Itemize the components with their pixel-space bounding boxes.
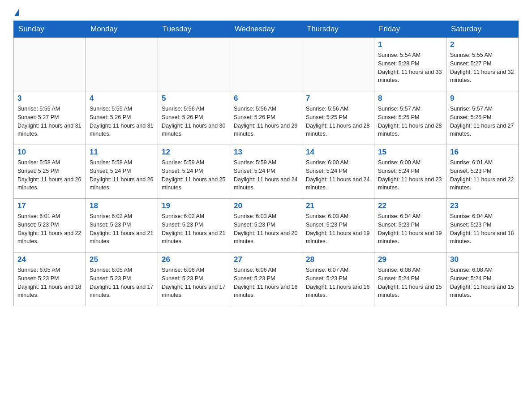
calendar-cell-w1-d4 [230, 38, 302, 91]
calendar-cell-w5-d6: 29Sunrise: 6:08 AM Sunset: 5:24 PM Dayli… [374, 253, 446, 306]
day-number: 29 [378, 255, 442, 264]
day-number: 1 [378, 40, 442, 49]
calendar-cell-w1-d2 [86, 38, 158, 91]
day-number: 27 [234, 255, 298, 264]
calendar-cell-w3-d5: 14Sunrise: 6:00 AM Sunset: 5:24 PM Dayli… [302, 145, 374, 199]
day-number: 21 [306, 201, 370, 210]
calendar-cell-w4-d5: 21Sunrise: 6:03 AM Sunset: 5:23 PM Dayli… [302, 199, 374, 253]
week-row-3: 10Sunrise: 5:58 AM Sunset: 5:25 PM Dayli… [14, 145, 519, 199]
header-friday: Friday [374, 21, 446, 38]
day-info: Sunrise: 5:55 AM Sunset: 5:27 PM Dayligh… [450, 51, 515, 85]
header-thursday: Thursday [302, 21, 374, 38]
logo-triangle-icon [14, 9, 19, 16]
header-saturday: Saturday [446, 21, 519, 38]
day-number: 12 [162, 148, 226, 157]
day-info: Sunrise: 5:59 AM Sunset: 5:24 PM Dayligh… [162, 158, 226, 192]
calendar-table: SundayMondayTuesdayWednesdayThursdayFrid… [13, 21, 519, 306]
day-number: 3 [17, 94, 82, 103]
calendar-cell-w4-d4: 20Sunrise: 6:03 AM Sunset: 5:23 PM Dayli… [230, 199, 302, 253]
calendar-cell-w3-d7: 16Sunrise: 6:01 AM Sunset: 5:23 PM Dayli… [446, 145, 519, 199]
calendar-cell-w4-d3: 19Sunrise: 6:02 AM Sunset: 5:23 PM Dayli… [158, 199, 230, 253]
day-number: 11 [90, 148, 154, 157]
day-info: Sunrise: 5:55 AM Sunset: 5:27 PM Dayligh… [17, 105, 82, 138]
day-number: 28 [306, 255, 370, 264]
calendar-cell-w4-d2: 18Sunrise: 6:02 AM Sunset: 5:23 PM Dayli… [86, 199, 158, 253]
day-number: 13 [234, 148, 298, 157]
day-info: Sunrise: 6:02 AM Sunset: 5:23 PM Dayligh… [162, 212, 226, 246]
day-number: 4 [90, 94, 154, 103]
calendar-cell-w5-d4: 27Sunrise: 6:06 AM Sunset: 5:23 PM Dayli… [230, 253, 302, 306]
day-info: Sunrise: 6:00 AM Sunset: 5:24 PM Dayligh… [378, 158, 442, 192]
day-info: Sunrise: 6:06 AM Sunset: 5:23 PM Dayligh… [234, 266, 298, 300]
day-number: 2 [450, 40, 515, 49]
day-info: Sunrise: 6:03 AM Sunset: 5:23 PM Dayligh… [234, 212, 298, 246]
header-monday: Monday [86, 21, 158, 38]
calendar-cell-w3-d1: 10Sunrise: 5:58 AM Sunset: 5:25 PM Dayli… [14, 145, 86, 199]
day-number: 15 [378, 148, 442, 157]
calendar-cell-w3-d4: 13Sunrise: 5:59 AM Sunset: 5:24 PM Dayli… [230, 145, 302, 199]
calendar-cell-w5-d3: 26Sunrise: 6:06 AM Sunset: 5:23 PM Dayli… [158, 253, 230, 306]
day-info: Sunrise: 5:56 AM Sunset: 5:26 PM Dayligh… [234, 105, 298, 138]
day-info: Sunrise: 6:08 AM Sunset: 5:24 PM Dayligh… [450, 266, 515, 300]
calendar-cell-w4-d1: 17Sunrise: 6:01 AM Sunset: 5:23 PM Dayli… [14, 199, 86, 253]
calendar-cell-w5-d2: 25Sunrise: 6:05 AM Sunset: 5:23 PM Dayli… [86, 253, 158, 306]
day-number: 9 [450, 94, 515, 103]
calendar-cell-w2-d1: 3Sunrise: 5:55 AM Sunset: 5:27 PM Daylig… [14, 91, 86, 145]
day-info: Sunrise: 6:01 AM Sunset: 5:23 PM Dayligh… [450, 158, 515, 192]
day-number: 16 [450, 148, 515, 157]
day-info: Sunrise: 5:57 AM Sunset: 5:25 PM Dayligh… [450, 105, 515, 138]
calendar-cell-w1-d6: 1Sunrise: 5:54 AM Sunset: 5:28 PM Daylig… [374, 38, 446, 91]
week-row-1: 1Sunrise: 5:54 AM Sunset: 5:28 PM Daylig… [14, 38, 519, 91]
calendar-cell-w2-d4: 6Sunrise: 5:56 AM Sunset: 5:26 PM Daylig… [230, 91, 302, 145]
day-number: 10 [17, 148, 82, 157]
day-info: Sunrise: 6:04 AM Sunset: 5:23 PM Dayligh… [450, 212, 515, 246]
week-row-4: 17Sunrise: 6:01 AM Sunset: 5:23 PM Dayli… [14, 199, 519, 253]
calendar-cell-w2-d3: 5Sunrise: 5:56 AM Sunset: 5:26 PM Daylig… [158, 91, 230, 145]
day-info: Sunrise: 6:06 AM Sunset: 5:23 PM Dayligh… [162, 266, 226, 300]
day-info: Sunrise: 6:03 AM Sunset: 5:23 PM Dayligh… [306, 212, 370, 246]
day-number: 7 [306, 94, 370, 103]
day-info: Sunrise: 6:00 AM Sunset: 5:24 PM Dayligh… [306, 158, 370, 192]
day-info: Sunrise: 6:08 AM Sunset: 5:24 PM Dayligh… [378, 266, 442, 300]
day-number: 24 [17, 255, 82, 264]
day-number: 23 [450, 201, 515, 210]
day-number: 5 [162, 94, 226, 103]
day-info: Sunrise: 6:05 AM Sunset: 5:23 PM Dayligh… [17, 266, 82, 300]
calendar-cell-w2-d2: 4Sunrise: 5:55 AM Sunset: 5:26 PM Daylig… [86, 91, 158, 145]
calendar-cell-w4-d6: 22Sunrise: 6:04 AM Sunset: 5:23 PM Dayli… [374, 199, 446, 253]
day-info: Sunrise: 5:55 AM Sunset: 5:26 PM Dayligh… [90, 105, 154, 138]
week-row-5: 24Sunrise: 6:05 AM Sunset: 5:23 PM Dayli… [14, 253, 519, 306]
day-number: 14 [306, 148, 370, 157]
day-info: Sunrise: 5:54 AM Sunset: 5:28 PM Dayligh… [378, 51, 442, 85]
calendar-cell-w1-d7: 2Sunrise: 5:55 AM Sunset: 5:27 PM Daylig… [446, 38, 519, 91]
day-info: Sunrise: 5:57 AM Sunset: 5:25 PM Dayligh… [378, 105, 442, 138]
calendar-cell-w5-d5: 28Sunrise: 6:07 AM Sunset: 5:23 PM Dayli… [302, 253, 374, 306]
day-info: Sunrise: 6:02 AM Sunset: 5:23 PM Dayligh… [90, 212, 154, 246]
day-number: 26 [162, 255, 226, 264]
day-info: Sunrise: 5:56 AM Sunset: 5:25 PM Dayligh… [306, 105, 370, 138]
calendar-header-row: SundayMondayTuesdayWednesdayThursdayFrid… [14, 21, 519, 38]
day-number: 19 [162, 201, 226, 210]
calendar-cell-w4-d7: 23Sunrise: 6:04 AM Sunset: 5:23 PM Dayli… [446, 199, 519, 253]
calendar-cell-w1-d3 [158, 38, 230, 91]
header-wednesday: Wednesday [230, 21, 302, 38]
calendar-cell-w3-d2: 11Sunrise: 5:58 AM Sunset: 5:24 PM Dayli… [86, 145, 158, 199]
day-number: 25 [90, 255, 154, 264]
page-header [13, 9, 519, 16]
header-tuesday: Tuesday [158, 21, 230, 38]
day-info: Sunrise: 5:58 AM Sunset: 5:24 PM Dayligh… [90, 158, 154, 192]
day-info: Sunrise: 6:05 AM Sunset: 5:23 PM Dayligh… [90, 266, 154, 300]
calendar-cell-w1-d5 [302, 38, 374, 91]
day-number: 6 [234, 94, 298, 103]
calendar-cell-w3-d3: 12Sunrise: 5:59 AM Sunset: 5:24 PM Dayli… [158, 145, 230, 199]
day-info: Sunrise: 5:56 AM Sunset: 5:26 PM Dayligh… [162, 105, 226, 138]
calendar-cell-w1-d1 [14, 38, 86, 91]
calendar-cell-w2-d6: 8Sunrise: 5:57 AM Sunset: 5:25 PM Daylig… [374, 91, 446, 145]
calendar-cell-w5-d7: 30Sunrise: 6:08 AM Sunset: 5:24 PM Dayli… [446, 253, 519, 306]
logo [13, 9, 19, 16]
day-info: Sunrise: 6:01 AM Sunset: 5:23 PM Dayligh… [17, 212, 82, 246]
day-info: Sunrise: 5:58 AM Sunset: 5:25 PM Dayligh… [17, 158, 82, 192]
week-row-2: 3Sunrise: 5:55 AM Sunset: 5:27 PM Daylig… [14, 91, 519, 145]
day-info: Sunrise: 6:07 AM Sunset: 5:23 PM Dayligh… [306, 266, 370, 300]
day-info: Sunrise: 6:04 AM Sunset: 5:23 PM Dayligh… [378, 212, 442, 246]
